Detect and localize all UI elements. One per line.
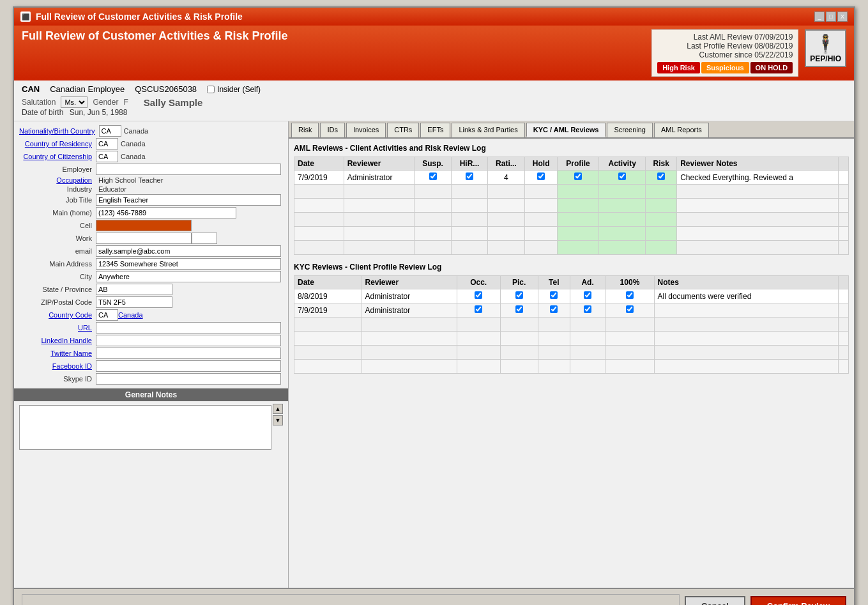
aml-row6-scroll <box>839 241 849 255</box>
cancel-button[interactable]: Cancel <box>685 596 745 606</box>
kyc-row1-occ <box>457 289 500 303</box>
window-title: Full Review of Customer Activities & Ris… <box>36 11 243 22</box>
facebook-input[interactable] <box>96 360 281 372</box>
kyc-row1-ad-checkbox[interactable] <box>584 291 591 299</box>
job-title-input[interactable] <box>96 194 281 206</box>
linkedin-input[interactable] <box>96 335 281 346</box>
tab-invoices[interactable]: Invoices <box>346 123 386 137</box>
citizenship-label[interactable]: Country of Citizenship <box>19 153 96 160</box>
residency-code-input[interactable] <box>96 138 118 149</box>
confirm-review-button[interactable]: Confirm Review <box>750 596 846 606</box>
gender-label: Gender <box>93 98 118 107</box>
aml-row4-profile <box>558 213 599 227</box>
kyc-row5-pic <box>500 346 538 360</box>
window-controls[interactable]: _ □ X <box>814 11 848 22</box>
kyc-row1-tel-checkbox[interactable] <box>550 291 558 299</box>
tab-kyc-aml-reviews[interactable]: KYC / AML Reviews <box>526 123 606 137</box>
city-input[interactable] <box>96 271 281 282</box>
aml-row1-hold-checkbox[interactable] <box>537 172 545 180</box>
nationality-row: Nationality/Birth Country Canada <box>19 125 283 137</box>
job-title-label: Job Title <box>19 196 96 204</box>
scroll-down-icon[interactable]: ▼ <box>273 415 283 425</box>
aml-row1-hir-checkbox[interactable] <box>466 172 473 180</box>
main-phone-input[interactable] <box>96 207 236 218</box>
tab-efts[interactable]: EFTs <box>420 123 450 137</box>
work-phone-input[interactable] <box>96 233 192 244</box>
close-button[interactable]: X <box>837 11 848 22</box>
aml-row-1: 7/9/2019 Administrator 4 Checked Everyth… <box>294 171 849 185</box>
skype-input[interactable] <box>96 373 281 385</box>
work-phone-row: Work <box>19 233 283 244</box>
salutation-select[interactable]: Ms. Mr. Dr. <box>61 96 88 108</box>
kyc-row2-pct-checkbox[interactable] <box>626 305 634 313</box>
kyc-row5-ad <box>570 346 605 360</box>
kyc-row1-occ-checkbox[interactable] <box>475 291 482 299</box>
url-input[interactable] <box>96 322 281 333</box>
minimize-button[interactable]: _ <box>814 11 825 22</box>
title-bar: ⬛ Full Review of Customer Activities & R… <box>14 8 854 26</box>
aml-col-hold: Hold <box>525 157 558 171</box>
state-input[interactable] <box>96 284 172 295</box>
nationality-label[interactable]: Nationality/Birth Country <box>19 127 99 135</box>
kyc-row3-occ <box>457 318 500 332</box>
zip-input[interactable] <box>96 296 172 308</box>
aml-row3-rati <box>487 199 525 213</box>
kyc-row2-tel-checkbox[interactable] <box>550 305 558 313</box>
kyc-row2-occ-checkbox[interactable] <box>475 305 482 313</box>
aml-row4-hir <box>452 213 487 227</box>
occupation-label[interactable]: Occupation <box>19 176 96 184</box>
tab-aml-reports[interactable]: AML Reports <box>654 123 709 137</box>
aml-row1-susp-checkbox[interactable] <box>429 172 437 180</box>
linkedin-label[interactable]: LinkedIn Handle <box>19 337 96 344</box>
maximize-button[interactable]: □ <box>826 11 836 22</box>
kyc-row2-reviewer: Administrator <box>362 303 457 318</box>
right-panel: Risk IDs Invoices CTRs EFTs Links & 3rd … <box>289 121 854 588</box>
aml-row1-profile-checkbox[interactable] <box>574 172 582 180</box>
tab-ctrs[interactable]: CTRs <box>387 123 419 137</box>
work-ext-input[interactable] <box>192 233 217 244</box>
aml-row6-rati <box>487 241 525 255</box>
aml-row1-activity-checkbox[interactable] <box>618 172 626 180</box>
state-label: State / Province <box>19 286 96 293</box>
aml-row1-reviewer: Administrator <box>344 171 414 185</box>
aml-row1-risk-checkbox[interactable] <box>657 172 665 180</box>
aml-col-rati: Rati... <box>487 157 525 171</box>
facebook-label[interactable]: Facebook ID <box>19 362 96 370</box>
employer-input[interactable] <box>96 164 281 175</box>
nationality-code-input[interactable] <box>99 125 121 137</box>
country-code-input[interactable] <box>96 309 118 321</box>
country-name-link[interactable]: Canada <box>118 311 143 319</box>
scroll-up-icon[interactable]: ▲ <box>273 404 283 414</box>
aml-row1-profile <box>558 171 599 185</box>
general-notes-textarea[interactable] <box>19 405 271 450</box>
insider-checkbox[interactable] <box>207 86 215 93</box>
main-window: ⬛ Full Review of Customer Activities & R… <box>13 6 855 605</box>
twitter-input[interactable] <box>96 348 281 359</box>
kyc-row2-ad-checkbox[interactable] <box>584 305 591 313</box>
tab-links[interactable]: Links & 3rd Parties <box>452 123 524 137</box>
kyc-row6-tel <box>538 360 570 374</box>
country-code-label[interactable]: Country Code <box>19 311 96 319</box>
tab-screening[interactable]: Screening <box>607 123 653 137</box>
citizenship-code-input[interactable] <box>96 151 118 162</box>
email-label: email <box>19 247 96 255</box>
tab-ids[interactable]: IDs <box>320 123 345 137</box>
kyc-row6-ad <box>570 360 605 374</box>
kyc-row5-date <box>294 346 362 360</box>
email-input[interactable] <box>96 245 281 257</box>
kyc-row1-pic-checkbox[interactable] <box>515 291 523 299</box>
kyc-col-occ: Occ. <box>457 276 500 289</box>
kyc-row1-reviewer: Administrator <box>362 289 457 303</box>
kyc-row2-pic-checkbox[interactable] <box>515 305 523 313</box>
aml-row4-notes <box>677 213 839 227</box>
aml-row4-activity <box>599 213 646 227</box>
kyc-row1-pct-checkbox[interactable] <box>626 291 634 299</box>
on-hold-badge: ON HOLD <box>750 62 793 73</box>
residency-value: Canada <box>121 140 146 148</box>
url-label[interactable]: URL <box>19 324 96 332</box>
twitter-label[interactable]: Twitter Name <box>19 349 96 357</box>
address-input[interactable] <box>96 258 281 270</box>
aml-row3-scroll <box>839 199 849 213</box>
tab-risk[interactable]: Risk <box>291 123 319 137</box>
residency-label[interactable]: Country of Residency <box>19 140 96 148</box>
